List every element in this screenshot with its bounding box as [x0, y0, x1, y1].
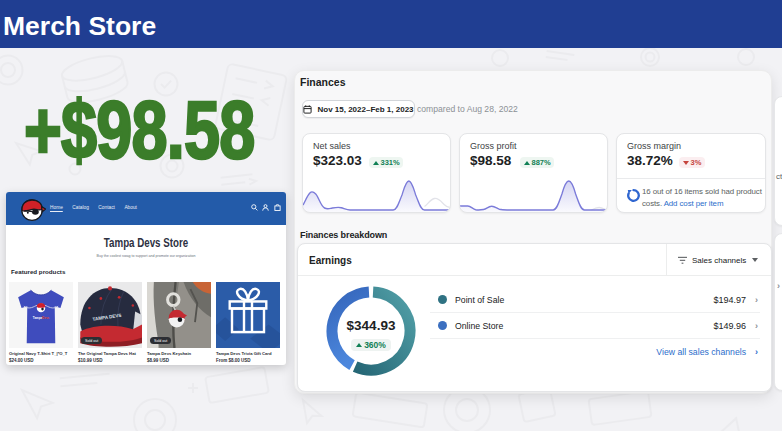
svg-text:TampaDevs: TampaDevs	[33, 315, 50, 319]
